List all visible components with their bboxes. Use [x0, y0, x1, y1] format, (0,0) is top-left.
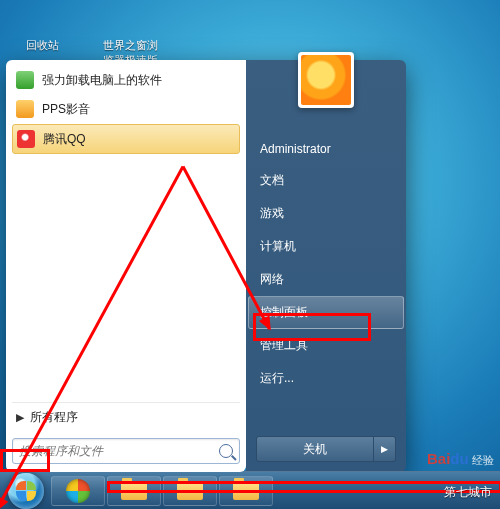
pinned-programs-list: 强力卸载电脑上的软件 PPS影音 腾讯QQ — [12, 66, 240, 154]
program-label: PPS影音 — [42, 101, 90, 118]
right-link-control-panel[interactable]: 控制面板 — [248, 296, 404, 329]
start-button[interactable] — [8, 473, 44, 509]
all-programs-button[interactable]: ▶ 所有程序 — [12, 402, 240, 432]
program-item-pps[interactable]: PPS影音 — [12, 95, 240, 123]
shutdown-menu-arrow[interactable]: ▶ — [374, 436, 396, 462]
spacer — [12, 154, 240, 402]
desktop-icon-recycle[interactable]: 回收站 — [12, 0, 72, 68]
shutdown-button[interactable]: 关机 — [256, 436, 374, 462]
folder-icon — [121, 482, 147, 500]
right-link-label: 文档 — [260, 172, 284, 189]
right-link-label: Administrator — [260, 142, 331, 156]
taskbar-item-explorer-2[interactable] — [163, 476, 217, 506]
right-link-admin-tools[interactable]: 管理工具 — [248, 329, 404, 362]
desktop-icon-label: 回收站 — [26, 39, 59, 51]
desktop-icons: 回收站 世界之窗浏览器极速版 — [12, 0, 160, 68]
start-menu-left-pane: 强力卸载电脑上的软件 PPS影音 腾讯QQ ▶ 所有程序 — [6, 60, 246, 472]
taskbar-item-browser[interactable] — [51, 476, 105, 506]
user-avatar[interactable] — [298, 52, 354, 108]
arrow-right-icon: ▶ — [381, 444, 388, 454]
pps-icon — [16, 100, 34, 118]
globe-icon — [112, 0, 148, 36]
right-link-run[interactable]: 运行... — [248, 362, 404, 395]
right-link-label: 管理工具 — [260, 337, 308, 354]
folder-icon — [233, 482, 259, 500]
right-link-label: 控制面板 — [260, 304, 308, 321]
right-link-documents[interactable]: 文档 — [248, 164, 404, 197]
right-link-network[interactable]: 网络 — [248, 263, 404, 296]
start-menu-right-pane: Administrator 文档 游戏 计算机 网络 控制面板 管理工具 运行.… — [246, 60, 406, 472]
search-icon — [219, 444, 233, 458]
watermark-site: 第七城市 — [444, 484, 492, 501]
taskbar — [0, 471, 500, 509]
taskbar-item-explorer[interactable] — [107, 476, 161, 506]
right-link-label: 运行... — [260, 370, 294, 387]
right-link-games[interactable]: 游戏 — [248, 197, 404, 230]
shutdown-label: 关机 — [303, 441, 327, 458]
watermark-brand-right: du — [450, 450, 468, 467]
right-link-label: 计算机 — [260, 238, 296, 255]
taskbar-item-explorer-3[interactable] — [219, 476, 273, 506]
right-link-computer[interactable]: 计算机 — [248, 230, 404, 263]
program-item-uninstall[interactable]: 强力卸载电脑上的软件 — [12, 66, 240, 94]
uninstall-icon — [16, 71, 34, 89]
program-label: 强力卸载电脑上的软件 — [42, 72, 162, 89]
browser-swirl-icon — [66, 479, 90, 503]
start-menu: 强力卸载电脑上的软件 PPS影音 腾讯QQ ▶ 所有程序 Administrat — [6, 60, 406, 472]
recycle-icon — [24, 0, 60, 36]
folder-icon — [177, 482, 203, 500]
right-link-label: 游戏 — [260, 205, 284, 222]
search-box[interactable] — [12, 438, 240, 464]
windows-logo-icon — [16, 481, 36, 501]
program-label: 腾讯QQ — [43, 131, 86, 148]
right-link-user[interactable]: Administrator — [248, 134, 404, 164]
shutdown-split-button: 关机 ▶ — [256, 436, 396, 462]
watermark-baidu: Baidu 经验 — [427, 452, 494, 467]
watermark-brand-left: Bai — [427, 450, 450, 467]
watermark-sub: 经验 — [472, 454, 494, 466]
right-link-label: 网络 — [260, 271, 284, 288]
desktop-icon-browser[interactable]: 世界之窗浏览器极速版 — [100, 0, 160, 68]
program-item-qq[interactable]: 腾讯QQ — [12, 124, 240, 154]
arrow-right-icon: ▶ — [16, 411, 24, 424]
qq-icon — [17, 130, 35, 148]
all-programs-label: 所有程序 — [30, 409, 78, 426]
avatar-image — [301, 55, 351, 105]
search-input[interactable] — [19, 444, 219, 458]
